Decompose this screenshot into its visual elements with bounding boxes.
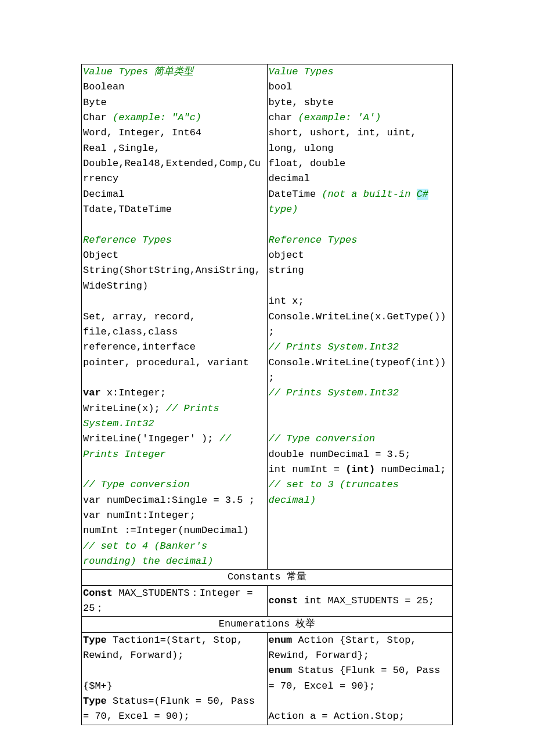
- comparison-table: Value Types 简单类型 Boolean Byte Char (exam…: [81, 64, 453, 725]
- left-cell: Value Types 简单类型 Boolean Byte Char (exam…: [82, 64, 268, 570]
- table-row: Type Taction1=(Start, Stop, Rewind, Forw…: [82, 632, 453, 725]
- section-heading: Value Types: [269, 66, 334, 77]
- comment-text: // set to 3 (truncates decimal): [269, 479, 399, 505]
- right-cell: enum Action {Start, Stop, Rewind, Forwar…: [267, 632, 453, 725]
- code-text: var numDecimal:Single = 3.5 ;: [83, 495, 255, 506]
- code-text: int x;: [269, 296, 304, 307]
- code-text: var numInt:Integer;: [83, 510, 196, 521]
- keyword: Type: [83, 635, 107, 646]
- code-text: string: [269, 265, 304, 276]
- code-text: double numDecimal = 3.5;: [269, 449, 411, 460]
- code-text: DateTime: [269, 189, 322, 200]
- code-text: Console.WriteLine(x.GetType());: [269, 311, 446, 337]
- code-text: Char: [83, 112, 113, 123]
- keyword: enum: [269, 635, 293, 646]
- code-text: Status=(Flunk = 50, Pass = 70, Excel = 9…: [83, 696, 255, 722]
- code-text: short, ushort, int, uint, long, ulong: [269, 127, 417, 153]
- code-text: byte, sbyte: [269, 97, 334, 108]
- section-heading: Value Types 简单类型: [83, 66, 193, 77]
- code-text: char: [269, 112, 298, 123]
- code-text: Word, Integer, Int64: [83, 127, 201, 138]
- comment-text: (example: "A"c): [113, 112, 201, 123]
- code-text: Action a = Action.Stop;: [269, 711, 405, 722]
- section-header: Constants 常量: [82, 570, 453, 585]
- code-text: Object: [83, 250, 118, 261]
- keyword: enum: [269, 665, 293, 676]
- comment-text: (not a built-in: [322, 189, 416, 200]
- code-text: Byte: [83, 97, 107, 108]
- code-text: Tdate,TDateTime: [83, 204, 172, 215]
- code-text: Set, array, record,: [83, 311, 196, 322]
- code-text: {$M+}: [83, 681, 113, 692]
- keyword: Type: [83, 696, 107, 707]
- code-text: decimal: [269, 173, 310, 184]
- code-text: numDecimal;: [375, 464, 446, 475]
- code-text: bool: [269, 81, 293, 92]
- table-row: Const MAX_STUDENTS：Integer = 25； const i…: [82, 585, 453, 617]
- code-text: int MAX_STUDENTS = 25;: [298, 595, 435, 606]
- code-text: object: [269, 250, 304, 261]
- comment-text: // set to 4 (Banker's rounding) the deci…: [83, 541, 213, 567]
- comment-text: // Prints System.Int32: [269, 341, 399, 352]
- code-text: Taction1=(Start, Stop, Rewind, Forward);: [83, 635, 243, 661]
- code-text: WriteLine(x);: [83, 403, 166, 414]
- left-cell: Const MAX_STUDENTS：Integer = 25；: [82, 585, 268, 617]
- code-text: String(ShortString,AnsiString,WideString…: [83, 265, 261, 291]
- keyword: const: [269, 595, 298, 606]
- table-row: Value Types 简单类型 Boolean Byte Char (exam…: [82, 64, 453, 570]
- comment-text: (example: 'A'): [298, 112, 381, 123]
- comment-text: // Type conversion: [269, 433, 376, 444]
- comment-text: // Prints System.Int32: [269, 387, 399, 398]
- code-text: WriteLine('Ingeger' );: [83, 433, 219, 444]
- right-cell: const int MAX_STUDENTS = 25;: [267, 585, 453, 617]
- keyword: (int): [345, 464, 375, 475]
- code-text: Boolean: [83, 81, 124, 92]
- left-cell: Type Taction1=(Start, Stop, Rewind, Forw…: [82, 632, 268, 725]
- table-row: Constants 常量: [82, 570, 453, 585]
- section-heading: Reference Types: [269, 235, 358, 246]
- right-cell: Value Types bool byte, sbyte char (examp…: [267, 64, 453, 570]
- code-text: numInt :=Integer(numDecimal): [83, 525, 249, 536]
- table-row: Enumerations 枚举: [82, 617, 453, 632]
- keyword: Const: [83, 588, 113, 599]
- code-text: x:Integer;: [101, 387, 166, 398]
- code-text: float, double: [269, 158, 346, 169]
- code-text: int numInt =: [269, 464, 346, 475]
- code-text: Double,Real48,Extended,Comp,Currency: [83, 158, 261, 184]
- comment-text: // Type conversion: [83, 479, 190, 490]
- section-header: Enumerations 枚举: [82, 617, 453, 632]
- code-text: Console.WriteLine(typeof(int));: [269, 357, 446, 383]
- keyword: var: [83, 387, 101, 398]
- code-text: Status {Flunk = 50, Pass = 70, Excel = 9…: [269, 665, 441, 691]
- comment-text: type): [269, 204, 298, 215]
- code-text: pointer, procedural, variant: [83, 357, 249, 368]
- code-text: file,class,class reference,interface: [83, 326, 196, 352]
- highlighted-text: C#: [417, 189, 428, 200]
- code-text: Decimal: [83, 189, 124, 200]
- code-text: Real ,Single,: [83, 143, 160, 154]
- section-heading: Reference Types: [83, 235, 172, 246]
